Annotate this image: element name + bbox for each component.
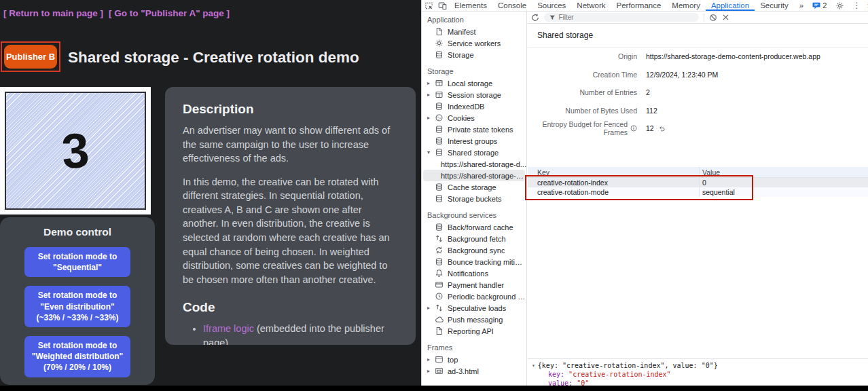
issues-button[interactable]: 2 [812,1,827,10]
sidebar-section-application: ApplicationManifestService workersStorag… [422,14,526,60]
button-line: Set rotation mode to [27,251,128,262]
reset-budget-icon[interactable] [658,125,666,132]
sidebar-item-storage[interactable]: Storage [422,49,526,60]
tab-performance[interactable]: Performance [611,0,667,11]
devtools-window: ElementsConsoleSourcesNetworkPerformance… [421,0,868,391]
sidebar-item-label: Storage buckets [448,195,502,203]
filter-input[interactable] [558,14,693,21]
metadata-label: Origin [528,52,637,60]
table-row[interactable]: creative-rotation-index0 [528,178,868,187]
sidebar-item-background-fetch[interactable]: Background fetch [422,233,526,244]
preview-summary: {key: "creative-rotation-index", value: … [538,361,718,370]
clear-icon[interactable] [722,14,729,21]
rotation-mode-button-0[interactable]: Set rotation mode to"Sequential" [24,247,130,277]
db-icon [435,50,444,59]
block-icon[interactable] [709,14,717,22]
expand-closed-icon[interactable]: ▸ [427,305,435,311]
ad-creative-frame: 3 [0,87,151,215]
refresh-icon[interactable] [531,14,539,22]
settings-gear-icon[interactable] [833,1,846,10]
sidebar-item-label: IndexedDB [448,103,484,111]
sidebar-item-shared-storage[interactable]: ▾Shared storage [422,147,526,158]
inspect-element-icon[interactable] [422,1,435,10]
table-row[interactable]: creative-rotation-modesequential [528,187,868,197]
sidebar-item-https-shared-storage-d[interactable]: https://shared-storage-d... [422,158,526,170]
sidebar-item-reporting-api[interactable]: Reporting API [422,325,526,337]
expand-open-icon[interactable]: ▾ [427,149,435,155]
demo-control-panel: Demo control Set rotation mode to"Sequen… [0,217,155,385]
sidebar-item-ad-3-html[interactable]: ▸ad-3.html [422,365,526,377]
publisher-b-button[interactable]: Publisher B [4,45,57,69]
sidebar-item-cache-storage[interactable]: Cache storage [422,181,526,193]
sidebar-item-label: Push messaging [448,316,503,324]
cell-key: creative-rotation-mode [528,187,699,197]
screenshot-root: [ Return to main page ][ Go to "Publishe… [0,0,868,391]
filter-pill[interactable] [544,13,699,22]
tab-application[interactable]: Application [706,0,755,11]
sidebar-item-cookies[interactable]: ▸Cookies [422,112,526,124]
sidebar-item-push-messaging[interactable]: Push messaging [422,314,526,325]
expand-triangle-icon[interactable]: ▾ [532,361,535,370]
sidebar-item-notifications[interactable]: Notifications [422,267,526,279]
expand-closed-icon[interactable]: ▸ [427,80,435,86]
sidebar-item-service-workers[interactable]: Service workers [422,37,526,49]
sidebar-item-label: Background sync [448,246,505,255]
sidebar-item-manifest[interactable]: Manifest [422,26,526,37]
expand-closed-icon[interactable]: ▸ [427,368,435,374]
tab-console[interactable]: Console [492,0,532,11]
button-line: Set rotation mode to [27,290,128,301]
sidebar-item-session-storage[interactable]: ▸Session storage [422,89,526,100]
tab-sources[interactable]: Sources [532,0,571,11]
button-line: "Weighted distribution" [27,351,128,362]
sidebar-item-background-sync[interactable]: Background sync [422,244,526,256]
nav-link-1[interactable]: [ Go to "Publisher A" page ] [109,8,230,18]
button-line: (~33% / ~33% / ~33%) [27,312,128,323]
more-options-icon[interactable]: ⋮ [852,1,861,10]
sidebar-item-back-forward-cache[interactable]: Back/forward cache [422,221,526,233]
shared-storage-panel: Shared storage Originhttps://shared-stor… [528,12,868,391]
column-header-key[interactable]: Key [528,167,699,177]
nav-link-0[interactable]: [ Return to main page ] [3,8,103,18]
sidebar-item-interest-groups[interactable]: Interest groups [422,135,526,147]
issues-count: 2 [822,1,827,10]
description-paragraphs: An advertiser may want to show different… [183,124,398,286]
db-icon [435,223,444,231]
tab-overflow[interactable]: » [794,0,809,11]
sidebar-item-indexeddb[interactable]: IndexedDB [422,100,526,112]
expand-closed-icon[interactable]: ▸ [427,115,435,121]
device-toolbar-icon[interactable] [435,1,449,10]
sidebar-item-label: ad-3.html [448,367,479,375]
tab-security[interactable]: Security [755,0,794,11]
expand-closed-icon[interactable]: ▸ [427,356,435,362]
sidebar-item-private-state-tokens[interactable]: Private state tokens [422,124,526,135]
tab-elements[interactable]: Elements [449,0,492,11]
tab-network[interactable]: Network [571,0,611,11]
sidebar-item-speculative-loads[interactable]: ▸Speculative loads [422,302,526,314]
sidebar-item-local-storage[interactable]: ▸Local storage [422,77,526,89]
info-icon[interactable] [630,125,637,132]
sidebar-item-https-shared-storage-d[interactable]: https://shared-storage-d... [423,170,525,181]
sidebar-item-label: Reporting API [448,327,494,335]
bell-icon [435,269,444,278]
sidebar-item-label: Notifications [448,269,488,278]
property-name: key: [548,371,568,378]
rotation-mode-button-2[interactable]: Set rotation mode to"Weighted distributi… [24,336,130,377]
expand-closed-icon[interactable]: ▸ [427,92,435,98]
top-nav: [ Return to main page ][ Go to "Publishe… [3,8,235,18]
button-line: "Sequential" [27,262,128,273]
sidebar-item-top[interactable]: ▸top [422,354,526,365]
sidebar-item-bounce-tracking-mitiga[interactable]: Bounce tracking mitiga... [422,256,526,267]
tab-memory[interactable]: Memory [666,0,706,11]
application-sidebar: ApplicationManifestService workersStorag… [422,12,527,391]
doc-icon [435,27,444,36]
code-link-iframe-logic[interactable]: Iframe logic [203,323,254,334]
tab-strip: ElementsConsoleSourcesNetworkPerformance… [449,0,794,11]
column-header-value[interactable]: Value [699,167,868,177]
description-paragraph: An advertiser may want to show different… [183,124,398,166]
sidebar-item-payment-handler[interactable]: Payment handler [422,279,526,291]
sidebar-item-periodic-background-s[interactable]: Periodic background s... [422,291,526,302]
sidebar-item-storage-buckets[interactable]: Storage buckets [422,193,526,204]
clock-icon [435,292,444,301]
sidebar-section-storage: Storage▸Local storage▸Session storageInd… [422,66,526,204]
rotation-mode-button-1[interactable]: Set rotation mode to"Even distribution"(… [24,286,130,327]
